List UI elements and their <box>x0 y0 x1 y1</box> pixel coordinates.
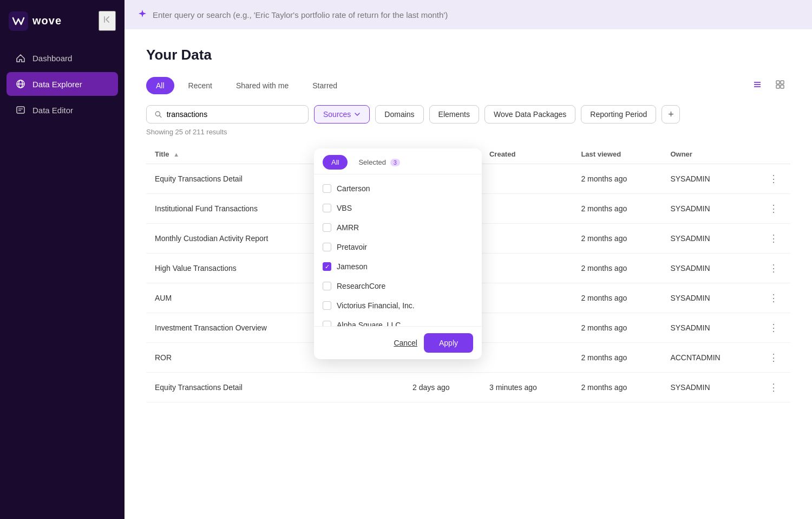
row-more-button[interactable]: ⋮ <box>765 291 782 305</box>
dropdown-tab-all[interactable]: All <box>323 155 348 170</box>
ai-search-icon <box>137 9 147 21</box>
dropdown-item[interactable]: Victorius Financial, Inc. <box>314 296 482 315</box>
logo-icon <box>9 11 28 31</box>
reporting-period-filter-button[interactable]: Reporting Period <box>581 105 656 124</box>
sources-chevron-icon <box>354 111 361 118</box>
page-content: Your Data All Recent Shared with me Star… <box>125 29 812 519</box>
row-more-button[interactable]: ⋮ <box>765 261 782 275</box>
row-more-button[interactable]: ⋮ <box>765 380 782 394</box>
dropdown-tab-selected[interactable]: Selected 3 <box>350 155 408 170</box>
tab-recent[interactable]: Recent <box>179 77 222 94</box>
cell-owner: SYSADMIN <box>662 194 757 224</box>
domains-filter-button[interactable]: Domains <box>375 105 423 124</box>
tab-all[interactable]: All <box>146 77 174 94</box>
dropdown-footer: Cancel Apply <box>314 326 482 359</box>
cell-last-viewed: 2 months ago <box>572 224 662 254</box>
row-more-button[interactable]: ⋮ <box>765 202 782 216</box>
sidebar-collapse-button[interactable] <box>99 11 116 31</box>
source-checkbox[interactable] <box>323 262 331 271</box>
row-more-button[interactable]: ⋮ <box>765 351 782 365</box>
search-input[interactable] <box>167 110 300 119</box>
source-checkbox[interactable] <box>323 223 331 232</box>
tab-starred[interactable]: Starred <box>303 77 347 94</box>
wove-packages-label: Wove Data Packages <box>494 110 566 119</box>
cancel-button[interactable]: Cancel <box>394 339 417 347</box>
svg-rect-0 <box>9 11 28 31</box>
cell-created <box>481 343 572 373</box>
source-checkbox[interactable] <box>323 184 331 193</box>
dropdown-item[interactable]: Alpha Square, LLC <box>314 315 482 326</box>
sources-filter-button[interactable]: Sources <box>314 105 370 124</box>
wove-packages-filter-button[interactable]: Wove Data Packages <box>484 105 575 124</box>
search-icon <box>154 110 162 119</box>
top-search-bar <box>125 0 812 29</box>
cell-created <box>481 313 572 343</box>
cell-owner: SYSADMIN <box>662 164 757 194</box>
sources-label: Sources <box>323 110 351 119</box>
svg-rect-13 <box>781 81 784 84</box>
nav-items: Dashboard Data Explorer Data Editor <box>0 42 125 126</box>
sidebar: wove Dashboard <box>0 0 125 519</box>
dropdown-item[interactable]: VBS <box>314 198 482 218</box>
col-header-owner[interactable]: Owner <box>662 145 757 164</box>
domains-label: Domains <box>384 110 414 119</box>
dropdown-item[interactable]: Carterson <box>314 179 482 198</box>
add-filter-button[interactable]: + <box>662 105 680 124</box>
results-count: Showing 25 of 211 results <box>146 128 790 136</box>
cell-actions: ⋮ <box>757 283 790 313</box>
logo-text: wove <box>32 15 62 27</box>
grid-view-button[interactable] <box>770 76 790 94</box>
sidebar-item-data-explorer[interactable]: Data Explorer <box>6 72 118 96</box>
view-toggle <box>747 76 790 94</box>
svg-rect-12 <box>776 81 780 84</box>
svg-rect-14 <box>776 85 780 88</box>
source-label: Alpha Square, LLC <box>337 321 401 326</box>
tabs-bar: All Recent Shared with me Starred <box>146 76 790 94</box>
cell-actions: ⋮ <box>757 343 790 373</box>
row-more-button[interactable]: ⋮ <box>765 321 782 335</box>
source-label: Jameson <box>337 262 368 271</box>
cell-actions: ⋮ <box>757 313 790 343</box>
sidebar-item-data-editor-label: Data Editor <box>32 106 73 115</box>
row-more-button[interactable]: ⋮ <box>765 172 782 186</box>
source-checkbox[interactable] <box>323 282 331 290</box>
cell-last-viewed: 2 months ago <box>572 283 662 313</box>
source-checkbox[interactable] <box>323 301 331 310</box>
col-header-created[interactable]: Created <box>481 145 572 164</box>
apply-button[interactable]: Apply <box>424 333 473 353</box>
top-search-input[interactable] <box>153 10 799 20</box>
dropdown-item[interactable]: ResearchCore <box>314 276 482 296</box>
list-view-button[interactable] <box>747 76 768 94</box>
reporting-period-label: Reporting Period <box>590 110 647 119</box>
sidebar-item-dashboard[interactable]: Dashboard <box>6 46 118 70</box>
tab-shared[interactable]: Shared with me <box>226 77 298 94</box>
search-box[interactable] <box>146 105 309 124</box>
cell-owner: SYSADMIN <box>662 224 757 254</box>
row-more-button[interactable]: ⋮ <box>765 231 782 245</box>
cell-actions: ⋮ <box>757 254 790 283</box>
source-checkbox[interactable] <box>323 243 331 251</box>
svg-rect-15 <box>781 85 784 88</box>
source-checkbox[interactable] <box>323 321 331 326</box>
cell-last-viewed: 2 months ago <box>572 194 662 224</box>
cell-modified: 2 days ago <box>404 373 481 403</box>
data-explorer-icon <box>15 79 26 89</box>
source-label: AMRR <box>337 223 359 232</box>
dropdown-item[interactable]: Jameson <box>314 257 482 276</box>
sidebar-item-data-explorer-label: Data Explorer <box>32 80 82 89</box>
cell-owner: SYSADMIN <box>662 254 757 283</box>
source-checkbox[interactable] <box>323 204 331 212</box>
elements-filter-button[interactable]: Elements <box>429 105 479 124</box>
col-header-last-viewed[interactable]: Last viewed <box>572 145 662 164</box>
sidebar-item-data-editor[interactable]: Data Editor <box>6 98 118 122</box>
dropdown-item[interactable]: Pretavoir <box>314 237 482 257</box>
svg-line-17 <box>160 115 161 117</box>
svg-marker-8 <box>139 10 146 17</box>
logo: wove <box>9 11 62 31</box>
cell-owner: ACCNTADMIN <box>662 343 757 373</box>
cell-created <box>481 224 572 254</box>
source-label: Victorius Financial, Inc. <box>337 301 415 310</box>
dropdown-item[interactable]: AMRR <box>314 218 482 237</box>
col-header-actions <box>757 145 790 164</box>
cell-created: 3 minutes ago <box>481 373 572 403</box>
